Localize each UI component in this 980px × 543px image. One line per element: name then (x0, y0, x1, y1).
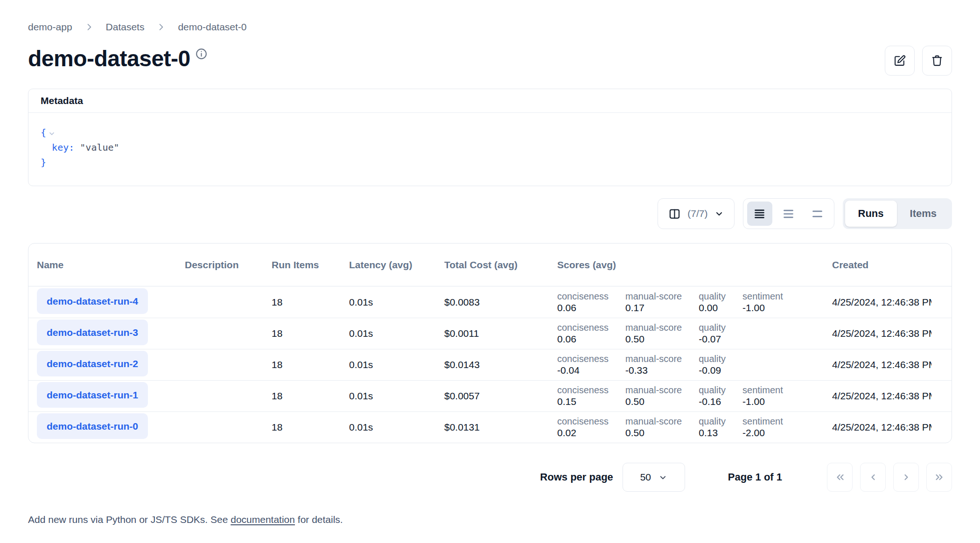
column-visibility-button[interactable]: (7/7) (658, 198, 734, 229)
latency-cell: 0.01s (349, 390, 444, 402)
json-value: "value" (80, 142, 119, 153)
table-header-row: Name Description Run Items Latency (avg)… (28, 244, 952, 286)
score-value: -1.00 (742, 396, 783, 407)
json-key: key: (52, 142, 74, 153)
score-item: quality-0.09 (699, 354, 726, 376)
json-close-brace: } (41, 157, 46, 168)
columns-icon (668, 208, 681, 220)
score-value: 0.17 (625, 302, 682, 313)
page-nav (827, 463, 952, 492)
table-row: demo-dataset-run-0180.01s$0.0131concisen… (28, 411, 952, 443)
score-label: conciseness (557, 354, 609, 364)
score-value: -0.09 (699, 364, 726, 376)
edit-dataset-button[interactable] (885, 46, 915, 76)
score-item: manual-score0.17 (625, 291, 682, 313)
score-label: manual-score (625, 385, 682, 396)
edit-icon (893, 54, 906, 67)
run-link[interactable]: demo-dataset-run-4 (37, 288, 148, 314)
info-icon[interactable] (195, 48, 208, 60)
score-item: manual-score0.50 (625, 322, 682, 345)
row-height-small-button[interactable] (747, 202, 772, 226)
run-link[interactable]: demo-dataset-run-0 (37, 413, 148, 439)
score-label: quality (699, 416, 726, 427)
total-cost-cell: $0.0143 (444, 359, 557, 370)
score-item: conciseness0.15 (557, 385, 609, 407)
json-line: } (41, 155, 939, 170)
score-value: 0.02 (557, 427, 609, 439)
title-actions (885, 46, 952, 76)
score-value: -1.00 (742, 302, 783, 313)
breadcrumb-item-current[interactable]: demo-dataset-0 (178, 21, 246, 33)
run-link[interactable]: demo-dataset-run-2 (37, 351, 148, 376)
created-timestamp: 4/25/2024, 12:46:38 PM (832, 359, 931, 370)
json-open-brace: { (41, 127, 46, 138)
last-page-button[interactable] (926, 463, 952, 492)
table-row: demo-dataset-run-3180.01s$0.0011concisen… (28, 318, 952, 349)
rows-per-page-select[interactable]: 50 (623, 463, 685, 492)
row-height-toggle (743, 198, 834, 229)
run-items-cell: 18 (272, 328, 349, 339)
created-cell: 4/25/2024, 12:46:38 PM (832, 422, 952, 433)
score-item: sentiment-1.00 (742, 385, 783, 407)
page-header: demo-dataset-0 (28, 46, 952, 76)
score-value: -0.04 (557, 364, 609, 376)
latency-cell: 0.01s (349, 359, 444, 370)
score-item: conciseness0.02 (557, 416, 609, 439)
collapse-caret-icon[interactable] (48, 130, 56, 137)
score-label: quality (699, 354, 726, 364)
total-cost-cell: $0.0131 (444, 422, 557, 433)
run-items-cell: 18 (272, 422, 349, 433)
score-label: sentiment (742, 291, 783, 302)
score-value: -2.00 (742, 427, 783, 439)
run-items-cell: 18 (272, 297, 349, 308)
rows-per-page-label: Rows per page (540, 471, 613, 483)
score-item: conciseness-0.04 (557, 354, 609, 376)
chevron-right-icon (84, 22, 94, 32)
documentation-link[interactable]: documentation (231, 514, 295, 525)
table-row: demo-dataset-run-4180.01s$0.0083concisen… (28, 286, 952, 318)
table-toolbar: (7/7) Runs Items (28, 198, 952, 229)
score-label: manual-score (625, 322, 682, 333)
rows-dense-icon (753, 208, 766, 220)
chevron-down-icon (714, 209, 724, 218)
rows-medium-icon (782, 208, 795, 220)
run-link[interactable]: demo-dataset-run-1 (37, 382, 148, 408)
score-item: manual-score0.50 (625, 385, 682, 407)
table-row: demo-dataset-run-1180.01s$0.0057concisen… (28, 380, 952, 411)
score-label: sentiment (742, 385, 783, 396)
json-line: key: "value" (41, 140, 939, 155)
page-title: demo-dataset-0 (28, 46, 190, 72)
first-page-button[interactable] (827, 463, 853, 492)
tab-runs[interactable]: Runs (845, 201, 897, 227)
score-item: quality-0.07 (699, 322, 726, 345)
chevron-left-icon (868, 472, 879, 483)
chevron-down-icon (658, 473, 667, 482)
delete-dataset-button[interactable] (922, 46, 952, 76)
metadata-json-viewer: { key: "value" } (28, 113, 952, 186)
score-item: quality-0.16 (699, 385, 726, 407)
score-item: quality0.13 (699, 416, 726, 439)
run-link[interactable]: demo-dataset-run-3 (37, 320, 148, 345)
next-page-button[interactable] (893, 463, 919, 492)
score-item: quality0.00 (699, 291, 726, 313)
score-item: manual-score-0.33 (625, 354, 682, 376)
breadcrumb-item-datasets[interactable]: Datasets (106, 21, 145, 33)
run-items-cell: 18 (272, 359, 349, 370)
chevron-right-icon (156, 22, 166, 32)
score-label: manual-score (625, 291, 682, 302)
prev-page-button[interactable] (860, 463, 886, 492)
view-tabs: Runs Items (843, 198, 952, 229)
chevron-right-icon (901, 472, 912, 483)
created-timestamp: 4/25/2024, 12:46:38 PM (832, 390, 931, 402)
metadata-label: Metadata (28, 89, 952, 113)
name-cell: demo-dataset-run-4 (37, 288, 185, 316)
latency-cell: 0.01s (349, 297, 444, 308)
score-value: 0.50 (625, 396, 682, 407)
created-cell: 4/25/2024, 12:46:38 PM (832, 359, 952, 370)
row-height-medium-button[interactable] (776, 202, 801, 226)
tab-items[interactable]: Items (897, 201, 950, 227)
breadcrumb: demo-app Datasets demo-dataset-0 (28, 21, 952, 33)
row-height-large-button[interactable] (805, 202, 830, 226)
breadcrumb-item-project[interactable]: demo-app (28, 21, 72, 33)
table-row: demo-dataset-run-2180.01s$0.0143concisen… (28, 349, 952, 380)
